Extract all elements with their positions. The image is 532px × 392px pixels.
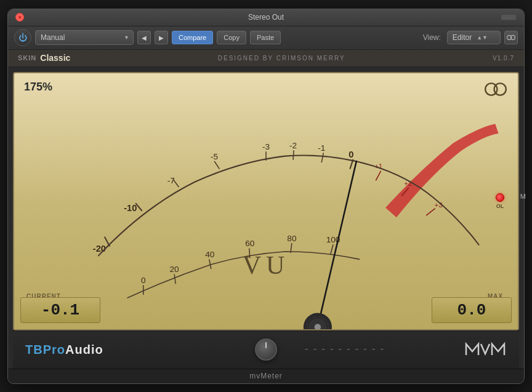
- skin-label: SKIN: [18, 54, 36, 62]
- svg-line-8: [214, 161, 219, 169]
- skin-bar: SKIN Classic DESIGNED BY CRIMSON MERRY V…: [8, 50, 524, 67]
- plugin-window: ✕ Stereo Out ⏻ Manual ▼ ◀ ▶ Compare Copy…: [7, 9, 525, 384]
- svg-line-26: [174, 274, 175, 284]
- current-value-box: -0.1: [20, 297, 100, 323]
- title-bar: ✕ Stereo Out: [8, 9, 524, 26]
- meter-area: -20 -10 -7 -5 -3 -2: [13, 72, 519, 330]
- ol-light: [496, 193, 504, 202]
- svg-line-18: [376, 170, 381, 180]
- view-dropdown[interactable]: Editor ▲▼: [447, 31, 501, 44]
- brand-name: TBProAudio: [25, 343, 103, 357]
- copy-button[interactable]: Copy: [217, 31, 246, 44]
- svg-line-36: [318, 161, 357, 327]
- meter-svg: -20 -10 -7 -5 -3 -2: [14, 73, 518, 329]
- view-label: View:: [423, 33, 441, 42]
- main-knob[interactable]: [255, 338, 277, 361]
- svg-text:80: 80: [287, 234, 297, 243]
- minimize-button[interactable]: [501, 14, 517, 20]
- plugin-name: mvMeter: [249, 372, 283, 380]
- m-label: M: [520, 193, 525, 200]
- link-circles-icon: [483, 81, 508, 98]
- paste-button[interactable]: Paste: [250, 31, 281, 44]
- svg-line-34: [331, 244, 333, 254]
- brand-tb: TBPro: [25, 343, 65, 356]
- bottom-bar: TBProAudio ----------: [13, 330, 519, 369]
- preset-dropdown[interactable]: Manual ▼: [35, 30, 134, 45]
- designed-by: DESIGNED BY CRIMSON MERRY: [70, 55, 493, 62]
- plugin-footer: mvMeter: [8, 369, 524, 383]
- link-icon: [507, 34, 515, 41]
- link-symbol[interactable]: [483, 81, 508, 100]
- close-button[interactable]: ✕: [15, 13, 24, 22]
- window-title: Stereo Out: [248, 13, 284, 22]
- knob-area: [255, 338, 277, 361]
- preset-value: Manual: [41, 33, 65, 42]
- max-value-box: 0.0: [432, 297, 512, 323]
- version: V1.0.7: [493, 55, 514, 62]
- view-arrow-icon: ▲▼: [477, 34, 488, 41]
- svg-line-14: [321, 153, 323, 162]
- skin-name: Classic: [40, 53, 70, 63]
- ol-indicator[interactable]: OL: [496, 193, 504, 209]
- mvm-logo-area: [464, 340, 507, 359]
- svg-text:60: 60: [245, 239, 255, 248]
- main-content: -20 -10 -7 -5 -3 -2: [8, 67, 524, 369]
- svg-text:40: 40: [205, 250, 215, 259]
- mvm-logo: [464, 340, 507, 359]
- svg-text:-20: -20: [93, 243, 106, 253]
- svg-text:-2: -2: [289, 141, 297, 150]
- svg-text:-1: -1: [318, 143, 325, 153]
- ol-text: OL: [496, 203, 504, 209]
- svg-point-42: [494, 83, 506, 95]
- brand-audio: Audio: [65, 343, 103, 356]
- toolbar: ⏻ Manual ▼ ◀ ▶ Compare Copy Paste View: …: [8, 26, 524, 50]
- prev-preset-button[interactable]: ◀: [137, 31, 151, 44]
- svg-text:-3: -3: [262, 142, 270, 151]
- current-value: -0.1: [41, 301, 79, 319]
- dashes-display: ----------: [304, 344, 387, 355]
- svg-text:-7: -7: [167, 175, 175, 185]
- vu-label: VU: [243, 250, 290, 280]
- next-preset-button[interactable]: ▶: [155, 31, 168, 44]
- svg-line-22: [426, 208, 435, 215]
- dropdown-arrow-icon: ▼: [124, 34, 129, 41]
- svg-text:-10: -10: [124, 202, 137, 212]
- link-button[interactable]: [504, 31, 518, 44]
- svg-text:0: 0: [141, 276, 146, 285]
- svg-text:20: 20: [170, 265, 180, 274]
- zoom-display: 175%: [24, 81, 52, 94]
- compare-button[interactable]: Compare: [172, 31, 213, 44]
- view-value: Editor: [453, 33, 472, 42]
- svg-text:0: 0: [349, 149, 353, 159]
- svg-text:-5: -5: [211, 151, 218, 161]
- max-value: 0.0: [457, 301, 486, 319]
- power-button[interactable]: ⏻: [14, 29, 31, 46]
